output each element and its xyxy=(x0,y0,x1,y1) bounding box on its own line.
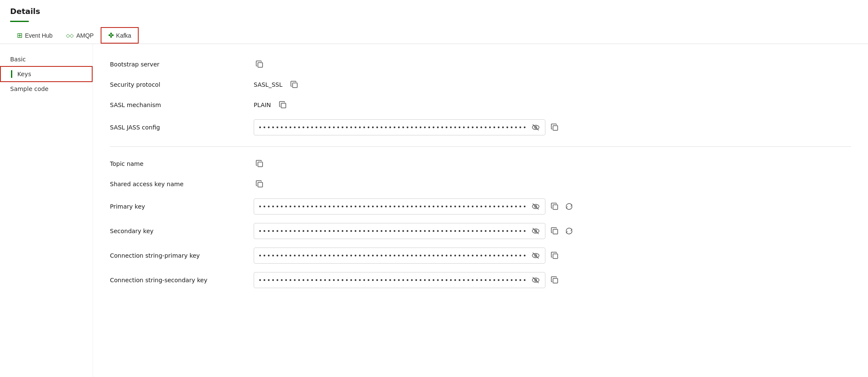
field-topic-name: Topic name xyxy=(110,154,851,174)
value-connection-string-secondary: ••••••••••••••••••••••••••••••••••••••••… xyxy=(254,272,851,288)
label-primary-key: Primary key xyxy=(110,203,254,210)
label-sasl-mechanism: SASL mechanism xyxy=(110,102,254,108)
value-security-protocol: SASL_SSL xyxy=(254,79,851,91)
eye-connection-string-primary-icon[interactable] xyxy=(531,250,541,261)
label-bootstrap-server: Bootstrap server xyxy=(110,61,254,68)
dots-connection-string-secondary: ••••••••••••••••••••••••••••••••••••••••… xyxy=(258,277,527,283)
field-connection-string-secondary: Connection string-secondary key ••••••••… xyxy=(110,268,851,292)
main-layout: Basic Keys Sample code Bootstrap server xyxy=(0,44,868,377)
field-bootstrap-server: Bootstrap server xyxy=(110,54,851,74)
copy-bootstrap-server-icon[interactable] xyxy=(254,58,266,70)
label-topic-name: Topic name xyxy=(110,160,254,167)
svg-rect-6 xyxy=(553,126,558,130)
copy-topic-name-icon[interactable] xyxy=(254,158,266,170)
tab-amqp-label: AMQP xyxy=(76,32,93,39)
tab-eventhub-label: Event Hub xyxy=(25,32,52,39)
input-primary-key: ••••••••••••••••••••••••••••••••••••••••… xyxy=(254,198,545,215)
input-sasl-jass-config: ••••••••••••••••••••••••••••••••••••••••… xyxy=(254,119,545,135)
text-sasl-mechanism: PLAIN xyxy=(254,102,271,108)
label-connection-string-primary: Connection string-primary key xyxy=(110,252,254,259)
input-connection-string-primary: ••••••••••••••••••••••••••••••••••••••••… xyxy=(254,248,545,264)
refresh-primary-key-icon[interactable] xyxy=(564,201,574,212)
copy-secondary-key-icon[interactable] xyxy=(549,225,561,237)
value-sasl-mechanism: PLAIN xyxy=(254,99,851,111)
tab-bar: ⊞ Event Hub ◇◇ AMQP ✤ Kafka xyxy=(10,27,858,44)
copy-shared-access-key-name-icon[interactable] xyxy=(254,178,266,190)
copy-sasl-mechanism-icon[interactable] xyxy=(277,99,289,111)
eventhub-icon: ⊞ xyxy=(17,31,22,39)
copy-primary-key-icon[interactable] xyxy=(549,201,561,212)
kafka-icon: ✤ xyxy=(108,31,114,39)
sidebar-basic-label: Basic xyxy=(10,56,26,63)
section-divider xyxy=(110,146,851,147)
value-primary-key: ••••••••••••••••••••••••••••••••••••••••… xyxy=(254,198,851,215)
value-topic-name xyxy=(254,158,851,170)
svg-rect-16 xyxy=(553,229,558,234)
eye-sasl-jass-config-icon[interactable] xyxy=(531,122,541,132)
title-underline xyxy=(10,21,29,22)
dots-connection-string-primary: ••••••••••••••••••••••••••••••••••••••••… xyxy=(258,252,527,259)
copy-connection-string-primary-icon[interactable] xyxy=(549,250,561,261)
svg-rect-1 xyxy=(293,83,297,88)
sidebar-item-basic[interactable]: Basic xyxy=(0,52,93,66)
svg-rect-7 xyxy=(258,162,263,167)
content-area: Bootstrap server Security protocol SASL_… xyxy=(93,44,868,377)
value-sasl-jass-config: ••••••••••••••••••••••••••••••••••••••••… xyxy=(254,119,851,135)
label-connection-string-secondary: Connection string-secondary key xyxy=(110,277,254,283)
eye-primary-key-icon[interactable] xyxy=(531,201,541,212)
dots-primary-key: ••••••••••••••••••••••••••••••••••••••••… xyxy=(258,203,527,210)
tab-kafka[interactable]: ✤ Kafka xyxy=(101,27,139,44)
eye-secondary-key-icon[interactable] xyxy=(531,226,541,236)
copy-connection-string-secondary-icon[interactable] xyxy=(549,274,561,286)
sidebar-keys-label: Keys xyxy=(17,71,31,77)
svg-rect-20 xyxy=(553,254,558,259)
text-security-protocol: SASL_SSL xyxy=(254,81,282,88)
page-title: Details xyxy=(10,7,858,16)
field-connection-string-primary: Connection string-primary key ••••••••••… xyxy=(110,243,851,268)
label-shared-access-key-name: Shared access key name xyxy=(110,181,254,187)
main-container: Details ⊞ Event Hub ◇◇ AMQP ✤ Kafka Basi… xyxy=(0,0,868,377)
sidebar-samplecode-label: Sample code xyxy=(10,85,49,92)
copy-sasl-jass-config-icon[interactable] xyxy=(549,121,561,133)
value-bootstrap-server xyxy=(254,58,851,70)
sidebar: Basic Keys Sample code xyxy=(0,44,93,377)
svg-rect-2 xyxy=(281,103,286,108)
tab-amqp[interactable]: ◇◇ AMQP xyxy=(59,29,100,42)
dots-sasl-jass-config: ••••••••••••••••••••••••••••••••••••••••… xyxy=(258,124,527,131)
tab-kafka-label: Kafka xyxy=(116,32,131,39)
value-shared-access-key-name xyxy=(254,178,851,190)
field-primary-key: Primary key ••••••••••••••••••••••••••••… xyxy=(110,194,851,219)
input-connection-string-secondary: ••••••••••••••••••••••••••••••••••••••••… xyxy=(254,272,545,288)
field-security-protocol: Security protocol SASL_SSL xyxy=(110,74,851,95)
field-sasl-mechanism: SASL mechanism PLAIN xyxy=(110,95,851,115)
input-secondary-key: ••••••••••••••••••••••••••••••••••••••••… xyxy=(254,223,545,239)
amqp-icon: ◇◇ xyxy=(66,33,74,39)
copy-security-protocol-icon[interactable] xyxy=(288,79,300,91)
field-shared-access-key-name: Shared access key name xyxy=(110,174,851,194)
label-security-protocol: Security protocol xyxy=(110,81,254,88)
svg-rect-24 xyxy=(553,278,558,283)
header: Details ⊞ Event Hub ◇◇ AMQP ✤ Kafka xyxy=(0,0,868,44)
value-secondary-key: ••••••••••••••••••••••••••••••••••••••••… xyxy=(254,223,851,239)
eye-connection-string-secondary-icon[interactable] xyxy=(531,275,541,285)
active-indicator xyxy=(11,70,12,78)
sidebar-item-samplecode[interactable]: Sample code xyxy=(0,82,93,96)
label-sasl-jass-config: SASL JASS config xyxy=(110,124,254,131)
dots-secondary-key: ••••••••••••••••••••••••••••••••••••••••… xyxy=(258,228,527,234)
svg-rect-8 xyxy=(258,182,263,187)
sidebar-item-keys[interactable]: Keys xyxy=(0,66,93,82)
refresh-secondary-key-icon[interactable] xyxy=(564,226,574,236)
field-secondary-key: Secondary key ••••••••••••••••••••••••••… xyxy=(110,219,851,243)
svg-rect-0 xyxy=(258,63,263,67)
value-connection-string-primary: ••••••••••••••••••••••••••••••••••••••••… xyxy=(254,248,851,264)
tab-eventhub[interactable]: ⊞ Event Hub xyxy=(10,28,59,43)
svg-rect-12 xyxy=(553,205,558,209)
label-secondary-key: Secondary key xyxy=(110,228,254,234)
field-sasl-jass-config: SASL JASS config •••••••••••••••••••••••… xyxy=(110,115,851,140)
